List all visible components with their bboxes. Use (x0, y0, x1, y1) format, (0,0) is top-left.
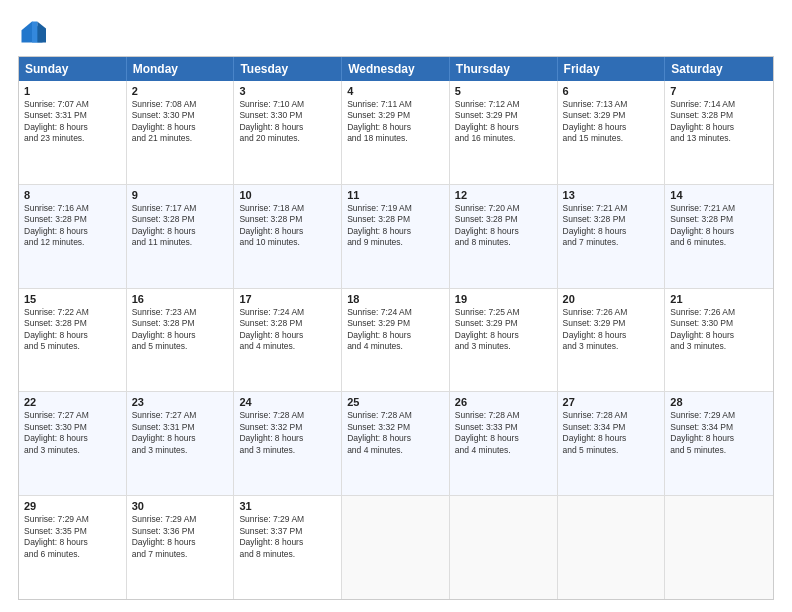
cell-info-line: Sunset: 3:30 PM (239, 110, 336, 121)
cell-info-line: Daylight: 8 hours (347, 330, 444, 341)
day-number: 30 (132, 500, 229, 512)
cell-info-line: Sunrise: 7:13 AM (563, 99, 660, 110)
calendar-cell: 24Sunrise: 7:28 AMSunset: 3:32 PMDayligh… (234, 392, 342, 495)
cell-info-line: Sunrise: 7:17 AM (132, 203, 229, 214)
cell-info-line: Daylight: 8 hours (347, 433, 444, 444)
cell-info-line: Daylight: 8 hours (132, 537, 229, 548)
day-number: 11 (347, 189, 444, 201)
calendar-week-4: 22Sunrise: 7:27 AMSunset: 3:30 PMDayligh… (19, 391, 773, 495)
day-number: 27 (563, 396, 660, 408)
cell-info-line: and 3 minutes. (24, 445, 121, 456)
cell-info-line: Sunset: 3:29 PM (455, 110, 552, 121)
logo-icon (18, 18, 46, 46)
cell-info-line: and 23 minutes. (24, 133, 121, 144)
calendar-cell: 3Sunrise: 7:10 AMSunset: 3:30 PMDaylight… (234, 81, 342, 184)
day-number: 12 (455, 189, 552, 201)
cell-info-line: Sunrise: 7:25 AM (455, 307, 552, 318)
cell-info-line: Sunrise: 7:14 AM (670, 99, 768, 110)
calendar-cell (450, 496, 558, 599)
cell-info-line: Daylight: 8 hours (670, 433, 768, 444)
cell-info-line: Sunrise: 7:26 AM (563, 307, 660, 318)
cell-info-line: Sunrise: 7:08 AM (132, 99, 229, 110)
cell-info-line: Daylight: 8 hours (24, 330, 121, 341)
day-number: 6 (563, 85, 660, 97)
cell-info-line: Sunset: 3:28 PM (563, 214, 660, 225)
calendar-cell: 9Sunrise: 7:17 AMSunset: 3:28 PMDaylight… (127, 185, 235, 288)
cell-info-line: and 6 minutes. (24, 549, 121, 560)
calendar-cell: 21Sunrise: 7:26 AMSunset: 3:30 PMDayligh… (665, 289, 773, 392)
cell-info-line: Sunset: 3:31 PM (132, 422, 229, 433)
header-day-wednesday: Wednesday (342, 57, 450, 81)
calendar-cell: 16Sunrise: 7:23 AMSunset: 3:28 PMDayligh… (127, 289, 235, 392)
calendar-cell: 17Sunrise: 7:24 AMSunset: 3:28 PMDayligh… (234, 289, 342, 392)
cell-info-line: Daylight: 8 hours (239, 226, 336, 237)
cell-info-line: and 3 minutes. (455, 341, 552, 352)
cell-info-line: Sunrise: 7:18 AM (239, 203, 336, 214)
day-number: 16 (132, 293, 229, 305)
calendar-cell: 27Sunrise: 7:28 AMSunset: 3:34 PMDayligh… (558, 392, 666, 495)
cell-info-line: Sunset: 3:28 PM (239, 318, 336, 329)
cell-info-line: Sunrise: 7:07 AM (24, 99, 121, 110)
day-number: 24 (239, 396, 336, 408)
header-day-thursday: Thursday (450, 57, 558, 81)
cell-info-line: Daylight: 8 hours (239, 537, 336, 548)
cell-info-line: Sunset: 3:28 PM (455, 214, 552, 225)
day-number: 15 (24, 293, 121, 305)
cell-info-line: Sunrise: 7:27 AM (132, 410, 229, 421)
calendar-cell: 15Sunrise: 7:22 AMSunset: 3:28 PMDayligh… (19, 289, 127, 392)
day-number: 1 (24, 85, 121, 97)
day-number: 28 (670, 396, 768, 408)
calendar-cell (665, 496, 773, 599)
cell-info-line: and 4 minutes. (455, 445, 552, 456)
cell-info-line: Daylight: 8 hours (347, 122, 444, 133)
cell-info-line: Daylight: 8 hours (563, 122, 660, 133)
cell-info-line: Sunrise: 7:24 AM (239, 307, 336, 318)
header-day-monday: Monday (127, 57, 235, 81)
cell-info-line: Sunrise: 7:26 AM (670, 307, 768, 318)
cell-info-line: Sunset: 3:28 PM (239, 214, 336, 225)
svg-marker-1 (37, 22, 46, 43)
calendar-header: SundayMondayTuesdayWednesdayThursdayFrid… (19, 57, 773, 81)
cell-info-line: Sunset: 3:29 PM (347, 318, 444, 329)
cell-info-line: and 3 minutes. (670, 341, 768, 352)
cell-info-line: Daylight: 8 hours (563, 433, 660, 444)
calendar-cell: 23Sunrise: 7:27 AMSunset: 3:31 PMDayligh… (127, 392, 235, 495)
day-number: 10 (239, 189, 336, 201)
cell-info-line: and 21 minutes. (132, 133, 229, 144)
day-number: 17 (239, 293, 336, 305)
cell-info-line: Sunrise: 7:21 AM (670, 203, 768, 214)
day-number: 31 (239, 500, 336, 512)
cell-info-line: and 8 minutes. (239, 549, 336, 560)
day-number: 20 (563, 293, 660, 305)
cell-info-line: Sunset: 3:28 PM (24, 318, 121, 329)
calendar-cell: 22Sunrise: 7:27 AMSunset: 3:30 PMDayligh… (19, 392, 127, 495)
cell-info-line: Sunset: 3:28 PM (24, 214, 121, 225)
calendar-cell: 26Sunrise: 7:28 AMSunset: 3:33 PMDayligh… (450, 392, 558, 495)
cell-info-line: Sunrise: 7:11 AM (347, 99, 444, 110)
cell-info-line: Sunset: 3:31 PM (24, 110, 121, 121)
cell-info-line: and 20 minutes. (239, 133, 336, 144)
cell-info-line: Daylight: 8 hours (132, 433, 229, 444)
cell-info-line: and 7 minutes. (563, 237, 660, 248)
cell-info-line: Sunrise: 7:21 AM (563, 203, 660, 214)
cell-info-line: and 8 minutes. (455, 237, 552, 248)
calendar-week-3: 15Sunrise: 7:22 AMSunset: 3:28 PMDayligh… (19, 288, 773, 392)
cell-info-line: and 5 minutes. (563, 445, 660, 456)
day-number: 23 (132, 396, 229, 408)
day-number: 29 (24, 500, 121, 512)
calendar-cell (342, 496, 450, 599)
cell-info-line: Daylight: 8 hours (563, 226, 660, 237)
cell-info-line: Sunset: 3:33 PM (455, 422, 552, 433)
cell-info-line: Daylight: 8 hours (347, 226, 444, 237)
cell-info-line: and 18 minutes. (347, 133, 444, 144)
cell-info-line: Daylight: 8 hours (24, 433, 121, 444)
cell-info-line: Daylight: 8 hours (455, 122, 552, 133)
cell-info-line: Daylight: 8 hours (455, 433, 552, 444)
cell-info-line: Daylight: 8 hours (670, 330, 768, 341)
calendar-cell: 7Sunrise: 7:14 AMSunset: 3:28 PMDaylight… (665, 81, 773, 184)
calendar-cell: 13Sunrise: 7:21 AMSunset: 3:28 PMDayligh… (558, 185, 666, 288)
svg-marker-2 (32, 22, 37, 43)
cell-info-line: Sunset: 3:29 PM (347, 110, 444, 121)
cell-info-line: Sunrise: 7:22 AM (24, 307, 121, 318)
day-number: 14 (670, 189, 768, 201)
